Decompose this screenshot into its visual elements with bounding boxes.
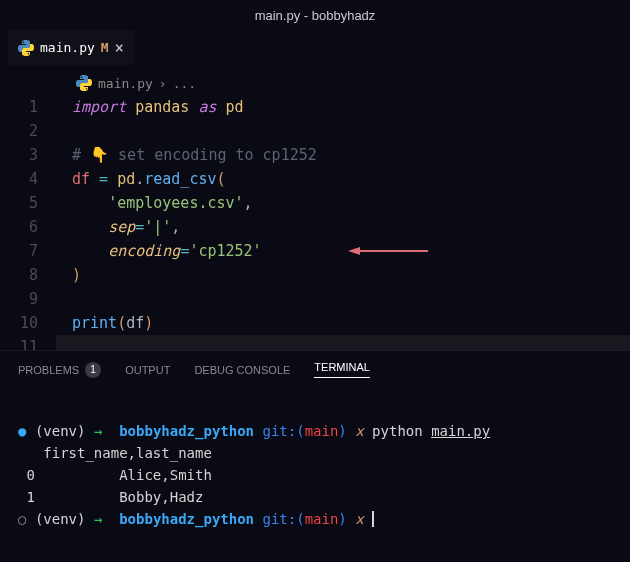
code-line: # 👇 set encoding to cp1252 [56, 143, 630, 167]
tab-close-icon[interactable]: × [115, 39, 124, 57]
code-line [56, 287, 630, 311]
code-area[interactable]: import pandas as pd # 👇 set encoding to … [56, 95, 630, 359]
line-number: 3 [14, 143, 38, 167]
tab-terminal[interactable]: TERMINAL [314, 361, 370, 378]
editor[interactable]: 1 2 3 4 5 6 7 8 9 10 11 import pandas as… [0, 95, 630, 359]
code-line: sep='|', [56, 215, 630, 239]
breadcrumb-sep: › [159, 76, 167, 91]
line-number: 8 [14, 263, 38, 287]
python-icon [76, 75, 92, 91]
code-line: 'employees.csv', [56, 191, 630, 215]
prompt-circle-icon: ○ [18, 511, 26, 527]
breadcrumb-more: ... [173, 76, 196, 91]
code-line: print(df) [56, 311, 630, 335]
window-title: main.py - bobbyhadz [255, 8, 376, 23]
line-number: 5 [14, 191, 38, 215]
terminal-output: 0 Alice,Smith [18, 467, 212, 483]
tab-debug-console[interactable]: DEBUG CONSOLE [194, 361, 290, 378]
tab-bar: main.py M × [0, 30, 630, 65]
svg-marker-1 [348, 247, 360, 255]
code-line [56, 119, 630, 143]
terminal-cursor [372, 511, 382, 527]
line-number: 6 [14, 215, 38, 239]
breadcrumb[interactable]: main.py › ... [62, 71, 630, 95]
line-number: 2 [14, 119, 38, 143]
panel-tabs: PROBLEMS 1 OUTPUT DEBUG CONSOLE TERMINAL [0, 351, 630, 388]
code-line: ) [56, 263, 630, 287]
arrow-annotation [348, 241, 428, 265]
tab-output[interactable]: OUTPUT [125, 361, 170, 378]
code-line: df = pd.read_csv( [56, 167, 630, 191]
code-line: import pandas as pd [56, 95, 630, 119]
line-number: 9 [14, 287, 38, 311]
prompt-dot-icon: ● [18, 423, 26, 439]
terminal-output: first_name,last_name [18, 445, 212, 461]
terminal-output: 1 Bobby,Hadz [18, 489, 203, 505]
terminal-content[interactable]: ● (venv) → bobbyhadz_python git:(main) x… [0, 388, 630, 562]
line-number: 1 [14, 95, 38, 119]
tab-filename: main.py [40, 40, 95, 55]
file-tab[interactable]: main.py M × [8, 30, 134, 65]
line-number: 10 [14, 311, 38, 335]
line-gutter: 1 2 3 4 5 6 7 8 9 10 11 [14, 95, 56, 359]
line-number: 4 [14, 167, 38, 191]
problems-badge: 1 [85, 362, 101, 378]
breadcrumb-file: main.py [98, 76, 153, 91]
bottom-panel: PROBLEMS 1 OUTPUT DEBUG CONSOLE TERMINAL… [0, 350, 630, 562]
python-icon [18, 40, 34, 56]
line-number: 7 [14, 239, 38, 263]
code-line: encoding='cp1252' [56, 239, 630, 263]
titlebar: main.py - bobbyhadz [0, 0, 630, 30]
tab-modified-marker: M [101, 40, 109, 55]
tab-problems[interactable]: PROBLEMS 1 [18, 361, 101, 378]
